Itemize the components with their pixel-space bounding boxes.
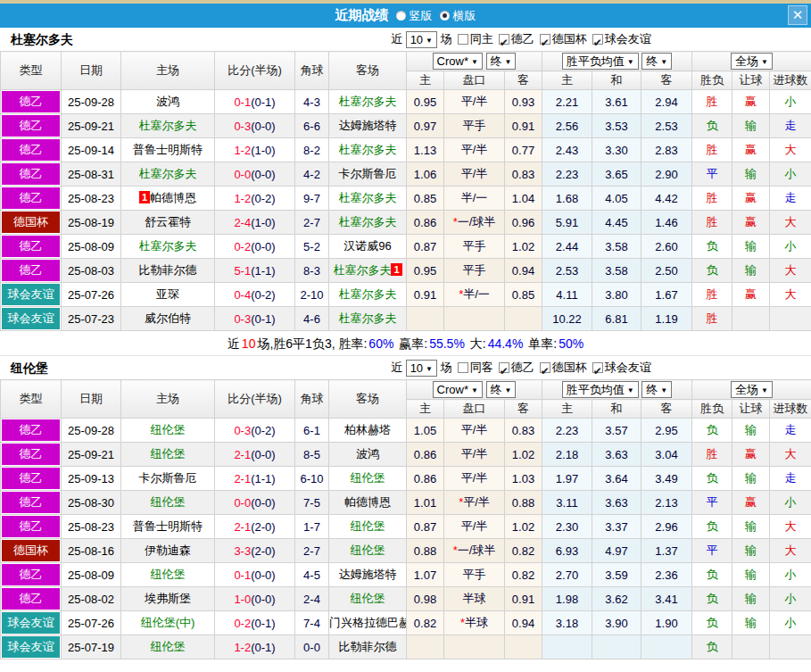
match-type-cell: 球会友谊 bbox=[1, 611, 62, 635]
odds-home: 0.97 bbox=[407, 114, 444, 138]
match-date: 25-08-23 bbox=[62, 187, 121, 211]
team-name: 纽伦堡 bbox=[0, 361, 48, 375]
team-link: 杜塞尔多夫 bbox=[139, 239, 197, 253]
team-link: 比勒菲尔德 bbox=[139, 263, 197, 277]
league-checkbox-0-label[interactable]: 德乙 bbox=[511, 32, 534, 46]
league-checkbox-2-label[interactable]: 球会友谊 bbox=[605, 361, 651, 374]
league-checkbox-1[interactable] bbox=[540, 34, 550, 45]
away-team-cell: 比勒菲尔德 bbox=[329, 635, 407, 660]
filter-near-label: 近 bbox=[391, 32, 406, 46]
summary-part: 55.5% bbox=[429, 336, 465, 351]
table-row: 德乙25-09-21杜塞尔多夫0-3(0-0)6-6达姆施塔特0.97平手0.9… bbox=[1, 114, 811, 138]
match-date: 25-09-21 bbox=[62, 443, 121, 467]
handicap-line: 平手 bbox=[463, 568, 486, 581]
avg-lose: 2.83 bbox=[641, 138, 692, 162]
away-team-cell: 杜塞尔多夫 bbox=[329, 187, 407, 211]
scope-select[interactable]: 全场▼ bbox=[731, 53, 773, 70]
match-date: 25-08-16 bbox=[62, 539, 121, 563]
league-checkbox-0[interactable] bbox=[499, 362, 509, 373]
sub-column-header-2: 客 bbox=[505, 71, 542, 90]
away-team-cell: 汉诺威96 bbox=[329, 235, 407, 259]
match-type-cell: 球会友谊 bbox=[1, 635, 62, 660]
league-checkbox-2-label[interactable]: 球会友谊 bbox=[605, 32, 651, 46]
final-avg-select[interactable]: 终▼ bbox=[641, 53, 672, 70]
team-link: 纽伦堡 bbox=[151, 495, 186, 509]
final-odds-select[interactable]: 终▼ bbox=[486, 53, 517, 70]
team-link: 卡尔斯鲁厄 bbox=[339, 167, 397, 180]
final-odds-select[interactable]: 终▼ bbox=[486, 381, 517, 398]
league-checkbox-2[interactable] bbox=[592, 34, 603, 45]
goals-outcome: 走 bbox=[770, 419, 811, 443]
final-avg-select[interactable]: 终▼ bbox=[641, 381, 672, 398]
sub-column-header-3: 主 bbox=[542, 400, 592, 419]
column-header-4: 角球 bbox=[295, 380, 329, 419]
league-checkbox-0[interactable] bbox=[499, 34, 509, 45]
match-count-select-value: 10 bbox=[410, 33, 423, 46]
handicap-outcome: 输 bbox=[732, 235, 770, 259]
odds-away: 0.83 bbox=[505, 419, 542, 443]
match-type-cell: 德乙 bbox=[1, 443, 62, 467]
scope-select[interactable]: 全场▼ bbox=[731, 381, 773, 398]
result-outcome: 胜 bbox=[692, 90, 732, 114]
away-team-cell: 波鸿 bbox=[329, 443, 407, 467]
avg-lose: 2.94 bbox=[641, 90, 692, 114]
table-row: 德乙25-08-09纽伦堡0-1(0-0)4-5达姆施塔特1.07平手0.822… bbox=[1, 563, 811, 587]
chevron-down-icon: ▼ bbox=[627, 386, 634, 394]
odds-group-header: Crow*▼ 终▼ bbox=[407, 380, 542, 400]
avg-draw: 3.59 bbox=[592, 563, 641, 587]
same-venue-checkbox[interactable] bbox=[458, 34, 468, 45]
match-date: 25-09-21 bbox=[62, 114, 121, 138]
section-home-team: 杜塞尔多夫近 10▼ 场同主德乙德国杯球会友谊类型日期主场比分(半场)角球客场C… bbox=[0, 28, 811, 356]
chevron-down-icon: ▼ bbox=[660, 386, 667, 394]
company-select[interactable]: Crow*▼ bbox=[433, 381, 483, 398]
match-count-select[interactable]: 10▼ bbox=[406, 31, 437, 48]
company-select[interactable]: Crow*▼ bbox=[433, 53, 483, 70]
fulltime-score: 0-2 bbox=[234, 240, 251, 253]
odds-line: *半/一 bbox=[444, 283, 505, 307]
team-link: 普鲁士明斯特 bbox=[133, 519, 203, 533]
team-link: 杜塞尔多夫 bbox=[139, 167, 197, 180]
odds-home: 1.05 bbox=[407, 419, 444, 443]
result-outcome: 胜 bbox=[692, 138, 732, 162]
league-checkbox-1-label[interactable]: 德国杯 bbox=[552, 361, 587, 374]
same-venue-checkbox-label[interactable]: 同客 bbox=[470, 361, 493, 374]
odds-away: 0.91 bbox=[505, 587, 542, 611]
handicap-line: 平手 bbox=[463, 263, 486, 277]
away-team-cell: 纽伦堡 bbox=[329, 587, 407, 611]
avg-group-header: 胜平负均值▼ 终▼ bbox=[542, 52, 692, 71]
sub-column-header-6: 胜负 bbox=[692, 400, 732, 419]
avg-select[interactable]: 胜平负均值▼ bbox=[562, 53, 639, 70]
corner-score: 6-10 bbox=[295, 467, 329, 491]
summary-part: 近 bbox=[228, 336, 240, 351]
league-checkbox-1[interactable] bbox=[540, 362, 550, 373]
match-type-badge: 德乙 bbox=[2, 444, 60, 465]
home-team-cell: 亚琛 bbox=[121, 283, 215, 307]
odds-line: 平/半 bbox=[444, 162, 505, 187]
corner-score: 7-4 bbox=[295, 611, 329, 635]
avg-win: 2.18 bbox=[542, 443, 592, 467]
result-outcome: 胜 bbox=[692, 283, 732, 307]
home-team-cell: 普鲁士明斯特 bbox=[121, 515, 215, 539]
same-venue-checkbox-label[interactable]: 同主 bbox=[470, 32, 493, 46]
handicap-outcome: 输 bbox=[732, 419, 770, 443]
fulltime-score: 1-0 bbox=[234, 593, 251, 606]
radio-horizontal-label[interactable]: 横版 bbox=[453, 8, 476, 24]
radio-vertical-layout[interactable] bbox=[396, 11, 406, 21]
league-checkbox-0-label[interactable]: 德乙 bbox=[511, 361, 534, 374]
league-checkbox-1-label[interactable]: 德国杯 bbox=[552, 32, 587, 46]
same-venue-checkbox[interactable] bbox=[458, 362, 468, 373]
handicap-line: 平/半 bbox=[461, 167, 488, 180]
summary-part: 44.4% bbox=[488, 336, 524, 351]
league-checkbox-2[interactable] bbox=[592, 362, 603, 373]
avg-select[interactable]: 胜平负均值▼ bbox=[562, 381, 639, 398]
team-link: 纽伦堡(中) bbox=[141, 616, 195, 629]
radio-vertical-label[interactable]: 竖版 bbox=[410, 8, 433, 24]
close-button[interactable]: ✕ bbox=[788, 5, 807, 25]
team-link: 杜塞尔多夫 bbox=[339, 191, 397, 204]
goals-outcome: 大 bbox=[770, 211, 811, 235]
match-count-select[interactable]: 10▼ bbox=[406, 360, 437, 377]
summary-part: 大: bbox=[467, 336, 486, 351]
odds-away: 0.91 bbox=[505, 114, 542, 138]
home-team-cell: 埃弗斯堡 bbox=[121, 587, 215, 611]
radio-horizontal-layout[interactable] bbox=[440, 11, 450, 21]
